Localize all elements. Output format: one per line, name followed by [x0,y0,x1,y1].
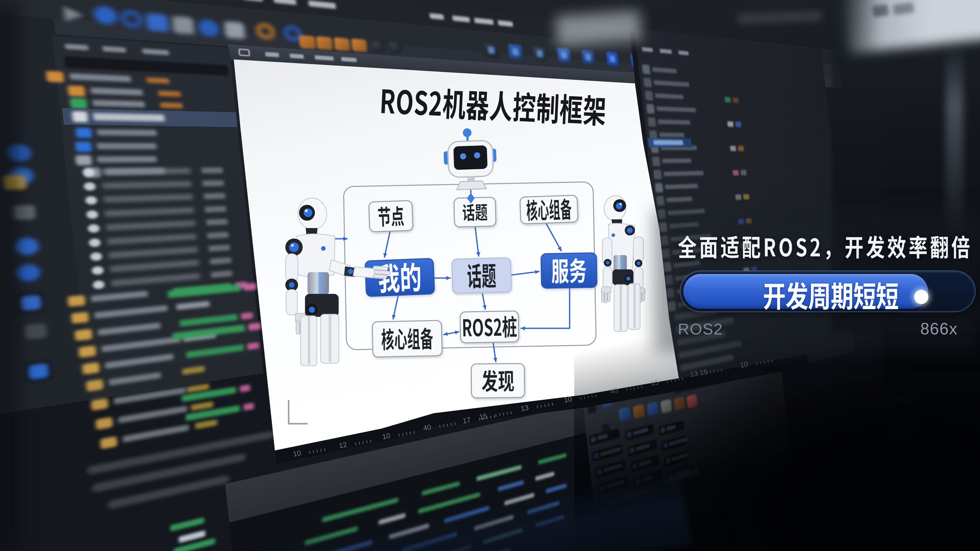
svg-text:10: 10 [563,395,573,404]
svg-text:13: 13 [520,403,529,413]
svg-text:15: 15 [479,412,488,421]
svg-text:40: 40 [609,386,619,395]
svg-text:40: 40 [423,423,432,432]
svg-text:15: 15 [650,378,659,387]
svg-text:10: 10 [293,449,302,458]
svg-text:12: 12 [339,441,348,450]
svg-text:10: 10 [382,432,391,441]
svg-text:17: 17 [462,416,471,425]
